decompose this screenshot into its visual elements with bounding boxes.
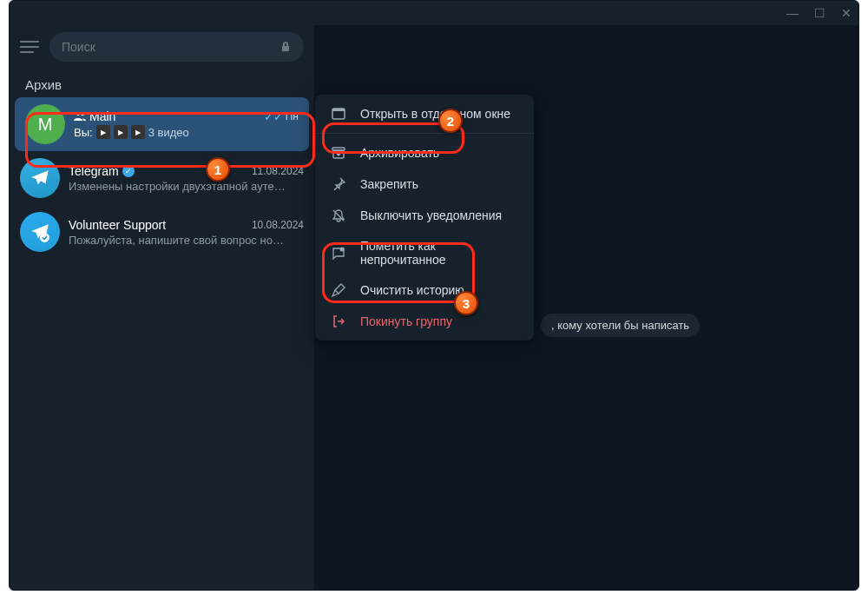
menu-pin[interactable]: Закрепить bbox=[315, 169, 534, 200]
menu-clear-history[interactable]: Очистить историю bbox=[315, 274, 534, 306]
avatar bbox=[20, 212, 60, 252]
search-input[interactable]: Поиск bbox=[49, 32, 304, 62]
window-maximize-button[interactable]: ☐ bbox=[814, 6, 825, 20]
chat-time: Пн bbox=[286, 110, 299, 122]
svg-rect-2 bbox=[332, 109, 345, 111]
broom-icon bbox=[331, 282, 346, 298]
chat-item-support[interactable]: Volunteer Support 10.08.2024 Пожалуйста,… bbox=[10, 205, 314, 259]
menu-label: Открыть в отдельном окне bbox=[360, 107, 510, 121]
menu-leave-group[interactable]: Покинуть группу bbox=[315, 306, 534, 337]
pin-icon bbox=[331, 176, 346, 192]
group-icon bbox=[74, 111, 86, 122]
video-thumb-icon: ▶ bbox=[96, 125, 110, 139]
window-close-button[interactable]: ✕ bbox=[841, 6, 852, 20]
video-thumb-icon: ▶ bbox=[114, 125, 128, 139]
menu-label: Закрепить bbox=[360, 177, 418, 191]
video-thumb-icon: ▶ bbox=[131, 125, 145, 139]
chat-name: Volunteer Support bbox=[69, 218, 166, 232]
archive-icon bbox=[331, 145, 346, 161]
window-minimize-button[interactable]: — bbox=[786, 6, 799, 20]
chat-item-main[interactable]: M Main ✓✓ Пн bbox=[15, 97, 309, 151]
chat-name: Main bbox=[89, 109, 115, 123]
chat-preview-text: Пожалуйста, напишите свой вопрос но… bbox=[69, 234, 304, 247]
titlebar: — ☐ ✕ bbox=[10, 1, 858, 25]
menu-archive[interactable]: Архивировать bbox=[315, 137, 534, 169]
window-icon bbox=[331, 106, 346, 122]
svg-point-5 bbox=[340, 248, 345, 252]
mute-icon bbox=[331, 208, 346, 223]
sidebar: Поиск Архив M Main ✓ bbox=[10, 25, 315, 590]
empty-hint: , кому хотели бы написать bbox=[541, 314, 700, 337]
chat-preview-you: Вы: bbox=[74, 126, 93, 139]
chat-preview-text: 3 видео bbox=[148, 126, 189, 139]
avatar bbox=[20, 158, 60, 198]
chat-preview-text: Изменены настройки двухэтапной ауте… bbox=[69, 180, 304, 193]
verified-icon: ✓ bbox=[122, 165, 135, 177]
menu-separator bbox=[315, 133, 534, 134]
chat-item-telegram[interactable]: Telegram ✓ 11.08.2024 Изменены настройки… bbox=[10, 151, 314, 205]
menu-mark-unread[interactable]: Пометить как непрочитанное bbox=[315, 231, 534, 274]
chat-time: 11.08.2024 bbox=[252, 165, 304, 177]
leave-icon bbox=[331, 314, 346, 329]
read-checks-icon: ✓✓ bbox=[264, 110, 283, 123]
menu-label: Очистить историю bbox=[360, 283, 464, 297]
svg-point-0 bbox=[40, 233, 49, 242]
main-area: , кому хотели бы написать Открыть в отде… bbox=[315, 25, 858, 590]
chat-list: M Main ✓✓ Пн bbox=[10, 97, 314, 590]
menu-label: Выключить уведомления bbox=[360, 208, 502, 222]
telegram-window: — ☐ ✕ Поиск Архив M bbox=[9, 0, 859, 591]
chat-name: Telegram bbox=[69, 164, 119, 178]
chat-time: 10.08.2024 bbox=[252, 219, 304, 231]
menu-icon[interactable] bbox=[20, 40, 39, 54]
unread-icon bbox=[331, 245, 346, 261]
lock-icon bbox=[279, 41, 292, 53]
menu-mute[interactable]: Выключить уведомления bbox=[315, 200, 534, 231]
menu-label: Пометить как непрочитанное bbox=[360, 239, 518, 267]
avatar: M bbox=[25, 104, 65, 144]
menu-label: Покинуть группу bbox=[360, 314, 452, 328]
archive-section-label: Архив bbox=[10, 69, 314, 97]
context-menu: Открыть в отдельном окне Архивировать За… bbox=[315, 95, 534, 340]
menu-label: Архивировать bbox=[360, 146, 439, 160]
menu-open-separate-window[interactable]: Открыть в отдельном окне bbox=[315, 98, 534, 129]
search-placeholder: Поиск bbox=[62, 40, 95, 54]
